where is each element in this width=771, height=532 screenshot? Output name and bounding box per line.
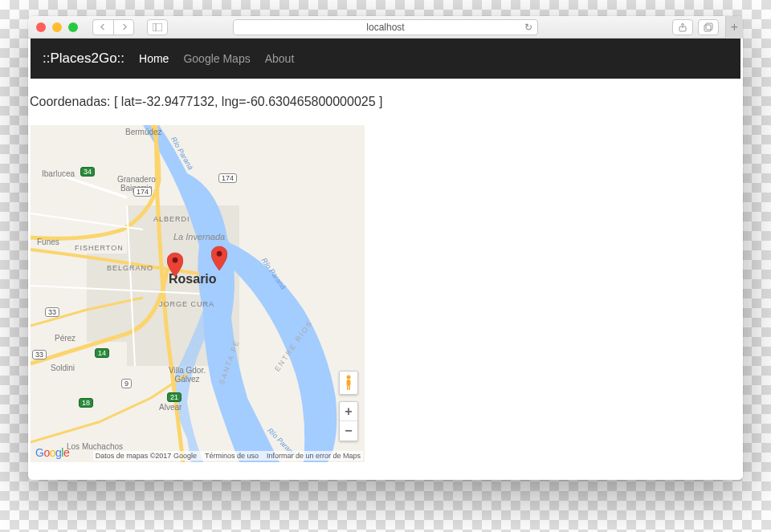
browser-window: localhost ↻ + ::Places2Go:: Home Google … xyxy=(28,16,743,480)
place-label-alvear: Alvear xyxy=(159,403,182,412)
svg-rect-3 xyxy=(704,25,711,31)
place-label-fisherton: FISHERTON xyxy=(75,244,124,252)
coords-prefix: Coordenadas: [ xyxy=(30,95,121,108)
google-logo-o1: o xyxy=(43,446,49,459)
place-label-soldini: Soldini xyxy=(51,363,75,372)
sidebar-toggle-button[interactable] xyxy=(147,19,168,35)
share-button[interactable] xyxy=(672,19,693,35)
nav-link-about[interactable]: About xyxy=(265,52,295,65)
svg-rect-10 xyxy=(349,386,351,390)
place-label-los-muchachos: Los Muchachos xyxy=(67,442,123,451)
url-text: localhost xyxy=(366,22,404,33)
map-report-link[interactable]: Informar de un error de Maps xyxy=(267,452,361,460)
nav-link-home[interactable]: Home xyxy=(139,52,169,65)
map-terms-link[interactable]: Términos de uso xyxy=(205,452,259,460)
route-shield-14: 14 xyxy=(95,348,109,358)
zoom-in-button[interactable]: + xyxy=(340,402,357,421)
svg-rect-0 xyxy=(153,23,162,31)
place-label-la-invernada: La Invernada xyxy=(173,232,225,242)
map-footer: Datos de mapas ©2017 Google Términos de … xyxy=(93,451,363,461)
svg-point-7 xyxy=(347,376,351,380)
place-label-jorge-cura: JORGE CURA xyxy=(159,300,214,308)
zoom-out-button[interactable]: − xyxy=(340,421,357,441)
new-tab-button[interactable]: + xyxy=(725,16,743,39)
coords-lat-value: -32.9477132 xyxy=(142,95,214,108)
window-close-button[interactable] xyxy=(36,22,46,32)
tabs-button[interactable] xyxy=(698,19,719,35)
svg-rect-9 xyxy=(347,386,349,390)
reload-icon[interactable]: ↻ xyxy=(524,22,532,33)
coords-sep: , xyxy=(214,95,222,108)
route-shield-33a: 33 xyxy=(45,307,59,317)
toolbar-right: + xyxy=(672,16,735,39)
route-shield-34: 34 xyxy=(80,167,95,177)
coords-lat-label: lat= xyxy=(121,95,142,108)
route-shield-174b: 174 xyxy=(218,173,237,183)
app-navbar: ::Places2Go:: Home Google Maps About xyxy=(31,39,740,79)
map-attribution: Datos de mapas ©2017 Google xyxy=(96,452,197,460)
url-bar[interactable]: localhost ↻ xyxy=(233,19,538,35)
google-logo-o2: o xyxy=(50,446,55,459)
svg-rect-4 xyxy=(706,23,712,30)
content-area: Coordenadas: [ lat=-32.9477132, lng=-60.… xyxy=(28,79,743,480)
place-label-villa-gdor: Villa Gdor. Gálvez xyxy=(169,366,206,384)
window-maximize-button[interactable] xyxy=(68,22,78,32)
google-logo[interactable]: Google xyxy=(35,446,69,459)
map-controls: + − xyxy=(339,371,358,441)
nav-link-google-maps[interactable]: Google Maps xyxy=(183,52,250,65)
forward-button[interactable] xyxy=(113,19,134,35)
coords-lng-value: -60.630465800000025 xyxy=(247,95,376,108)
route-shield-21: 21 xyxy=(167,392,182,402)
route-shield-18: 18 xyxy=(79,398,93,408)
nav-buttons xyxy=(92,19,134,35)
route-shield-33b: 33 xyxy=(32,350,47,359)
zoom-box: + − xyxy=(339,401,358,441)
route-shield-9: 9 xyxy=(121,379,132,388)
svg-rect-8 xyxy=(347,380,351,386)
place-label-belgrano: BELGRANO xyxy=(107,264,153,272)
pegman-button[interactable] xyxy=(339,371,358,395)
browser-titlebar: localhost ↻ + xyxy=(28,16,743,39)
place-label-alberdi: ALBERDI xyxy=(153,215,190,223)
map-marker-2[interactable] xyxy=(211,246,227,271)
back-button[interactable] xyxy=(92,19,113,35)
coordinates-display: Coordenadas: [ lat=-32.9477132, lng=-60.… xyxy=(28,79,743,116)
window-minimize-button[interactable] xyxy=(52,22,62,32)
svg-point-6 xyxy=(217,251,222,257)
traffic-lights xyxy=(36,22,78,32)
map[interactable]: Bermúdez Ibarlucea Granadero Baigorria A… xyxy=(31,125,365,462)
google-logo-g: G xyxy=(35,446,43,459)
svg-point-5 xyxy=(173,258,178,263)
place-label-ibarlucea: Ibarlucea xyxy=(42,169,75,178)
coords-suffix: ] xyxy=(376,95,383,108)
place-label-bermudez: Bermúdez xyxy=(125,128,162,136)
place-label-funes: Funes xyxy=(37,238,59,246)
coords-lng-label: lng= xyxy=(222,95,247,108)
route-shield-174a: 174 xyxy=(133,187,152,197)
place-label-perez: Pérez xyxy=(55,334,75,343)
brand[interactable]: ::Places2Go:: xyxy=(43,51,124,67)
google-logo-e: e xyxy=(63,446,69,459)
map-marker-1[interactable] xyxy=(167,252,183,278)
